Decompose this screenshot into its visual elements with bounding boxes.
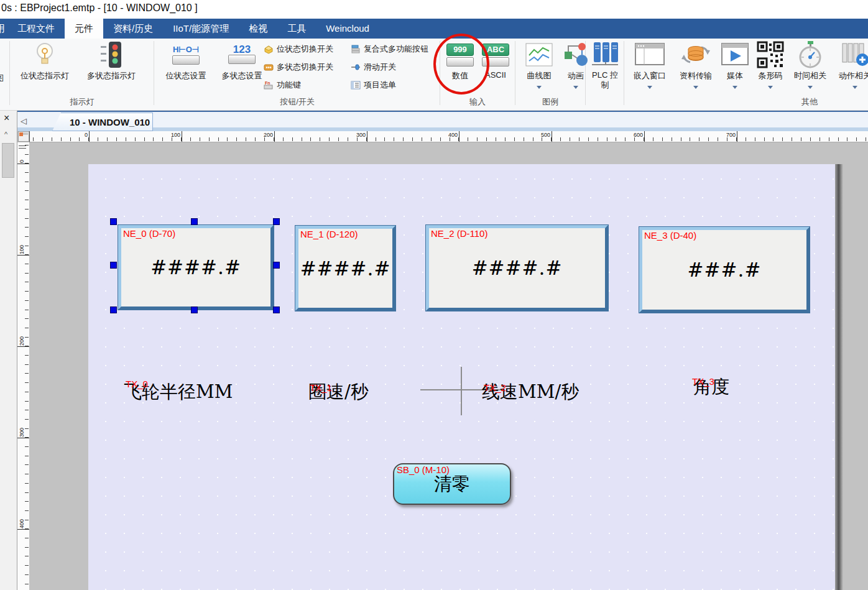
text-label-tag: TX_3 xyxy=(692,376,714,387)
group-label-input: 输入 xyxy=(441,96,514,108)
option-list-item[interactable]: 项目选单 xyxy=(351,78,396,92)
text-label-tag: TX_0 xyxy=(126,379,148,389)
chevron-down-icon xyxy=(537,86,542,89)
group-separator xyxy=(154,41,154,105)
selection-handle[interactable] xyxy=(110,262,117,269)
action-related-icon xyxy=(840,40,868,69)
slide-switch-icon xyxy=(351,62,361,72)
numeric-button[interactable]: 999 数值 xyxy=(443,39,478,81)
word-lamp-button[interactable]: 多状态指示灯 xyxy=(80,39,143,81)
ribbon: 图 位状态指示灯 多状态指示灯 指示灯 H⊢O⊣ xyxy=(0,39,868,111)
bit-toggle-switch-item[interactable]: 位状态切换开关 xyxy=(264,42,333,56)
design-viewport: NE_0 (D-70) ####.# NE_1 (D-120) ####.# N… xyxy=(29,142,868,590)
trend-chart-button[interactable]: 曲线图 xyxy=(520,39,558,89)
menu-item-iiot-energy[interactable]: IIoT/能源管理 xyxy=(163,19,239,39)
group-separator xyxy=(515,41,515,105)
toggle-word-icon xyxy=(264,62,274,72)
set-word-icon: 123 xyxy=(228,40,256,69)
numeric-placeholder: ###.# xyxy=(688,259,762,281)
text-label-tag: TX_1 xyxy=(310,382,332,393)
qr-code-icon xyxy=(757,40,784,69)
v-ruler-label: 300 xyxy=(19,428,25,437)
tab-nav-left-icon[interactable]: ◁ xyxy=(21,116,27,126)
ascii-button[interactable]: ABC ASCII xyxy=(479,39,512,80)
vertical-ruler: 0 100 200 300 400 xyxy=(17,142,29,590)
option-list-icon xyxy=(351,80,361,90)
menu-item-object[interactable]: 元件 xyxy=(65,19,103,39)
menu-item-project-file[interactable]: 工程文件 xyxy=(7,19,65,39)
h-ruler-label: 700 xyxy=(726,132,737,138)
media-button[interactable]: 媒体 xyxy=(720,39,750,89)
chevron-down-icon xyxy=(647,86,652,89)
line-chart-icon xyxy=(525,40,553,69)
horizontal-ruler: 0 100 200 300 400 500 600 700 xyxy=(29,131,868,142)
text-label-tag: TX_2 xyxy=(484,382,506,393)
chevron-down-icon xyxy=(768,86,773,89)
numeric-element-ne0[interactable]: NE_0 (D-70) ####.# xyxy=(118,225,274,310)
tab-window-010[interactable]: 10 - WINDOW_010 × xyxy=(52,113,153,131)
menu-item-data-history[interactable]: 资料/历史 xyxy=(103,19,163,39)
menu-item-tool[interactable]: 工具 xyxy=(277,19,316,39)
selection-handle[interactable] xyxy=(273,218,280,225)
numeric-placeholder: ####.# xyxy=(150,256,241,279)
group-label-other: 其他 xyxy=(771,96,848,108)
bit-set-button[interactable]: H⊢O⊣ 位状态设置 xyxy=(157,39,215,81)
chevron-down-icon xyxy=(808,86,813,89)
data-transfer-button[interactable]: 资料传输 xyxy=(675,39,716,89)
menu-item-view[interactable]: 检视 xyxy=(239,19,277,39)
group-label-switch: 按钮/开关 xyxy=(155,96,439,108)
tab-close-icon[interactable]: × xyxy=(159,117,164,127)
group-label-graph: 图例 xyxy=(517,96,583,108)
numeric-element-ne1[interactable]: NE_1 (D-120) ####.# xyxy=(295,226,395,311)
combo-button-item[interactable]: 复合式多功能按钮 xyxy=(351,42,428,56)
scrollbar-thumb[interactable] xyxy=(2,143,14,178)
group-separator xyxy=(624,41,624,105)
app-window: 0s : EBProject1.emtp - [10 - WINDOW_010 … xyxy=(0,0,868,590)
menu-bar: 用 工程文件 元件 资料/历史 IIoT/能源管理 检视 工具 Weinclou… xyxy=(0,19,868,39)
set-bit-button-sb0[interactable]: SB_0 (M-10) 清零 xyxy=(393,463,511,505)
element-tag: NE_2 (D-110) xyxy=(431,228,487,239)
element-tag: NE_3 (D-40) xyxy=(644,230,696,241)
h-ruler-label: 400 xyxy=(448,132,459,138)
numeric-element-ne3[interactable]: NE_3 (D-40) ###.# xyxy=(639,227,810,313)
word-toggle-switch-item[interactable]: 多状态切换开关 xyxy=(264,60,333,74)
chevron-down-icon xyxy=(693,86,698,89)
selection-handle[interactable] xyxy=(191,307,198,313)
selection-handle[interactable] xyxy=(110,218,117,225)
h-ruler-label: 0 xyxy=(85,132,89,138)
numeric-element-ne2[interactable]: NE_2 (D-110) ####.# xyxy=(426,225,608,311)
menu-item-partial[interactable]: 用 xyxy=(0,19,7,39)
chevron-down-icon xyxy=(732,86,737,89)
stopwatch-icon xyxy=(796,40,824,69)
scroll-up-icon[interactable]: ^ xyxy=(4,131,7,138)
selection-handle[interactable] xyxy=(273,262,280,269)
element-tag: NE_1 (D-120) xyxy=(300,229,358,239)
bulb-icon xyxy=(34,40,55,69)
v-ruler-label: 100 xyxy=(19,245,25,254)
h-ruler-label: 600 xyxy=(634,132,644,138)
v-ruler-label: 0 xyxy=(19,160,25,163)
button-text: 清零 xyxy=(434,472,470,497)
barcode-button[interactable]: 条形码 xyxy=(752,39,788,89)
animation-button[interactable]: 动画 xyxy=(561,39,591,89)
selection-handle[interactable] xyxy=(191,218,198,225)
title-bar: 0s : EBProject1.emtp - [10 - WINDOW_010 … xyxy=(0,0,868,19)
plc-control-button[interactable]: PLC 控制 xyxy=(588,39,622,90)
chevron-down-icon xyxy=(573,86,578,89)
selection-handle[interactable] xyxy=(110,307,117,313)
chevron-down-icon xyxy=(852,86,857,89)
function-key-item[interactable]: Fn 功能键 xyxy=(264,78,301,92)
numeric-placeholder: ####.# xyxy=(300,257,391,280)
word-set-button[interactable]: 123 多状态设置 xyxy=(213,39,271,81)
action-related-button[interactable]: 动作相关 xyxy=(834,39,868,89)
ruler-corner-icon[interactable] xyxy=(18,131,29,142)
svg-text:Fn: Fn xyxy=(265,81,270,85)
design-canvas[interactable]: NE_0 (D-70) ####.# NE_1 (D-120) ####.# N… xyxy=(88,164,835,590)
embed-window-button[interactable]: 嵌入窗口 xyxy=(629,39,670,89)
bit-lamp-button[interactable]: 位状态指示灯 xyxy=(14,39,76,81)
slide-switch-item[interactable]: 滑动开关 xyxy=(351,60,396,74)
menu-item-weincloud[interactable]: Weincloud xyxy=(316,19,379,39)
selection-handle[interactable] xyxy=(273,307,280,313)
panel-close-icon[interactable]: × xyxy=(4,113,9,124)
time-related-button[interactable]: 时间相关 xyxy=(790,39,831,89)
